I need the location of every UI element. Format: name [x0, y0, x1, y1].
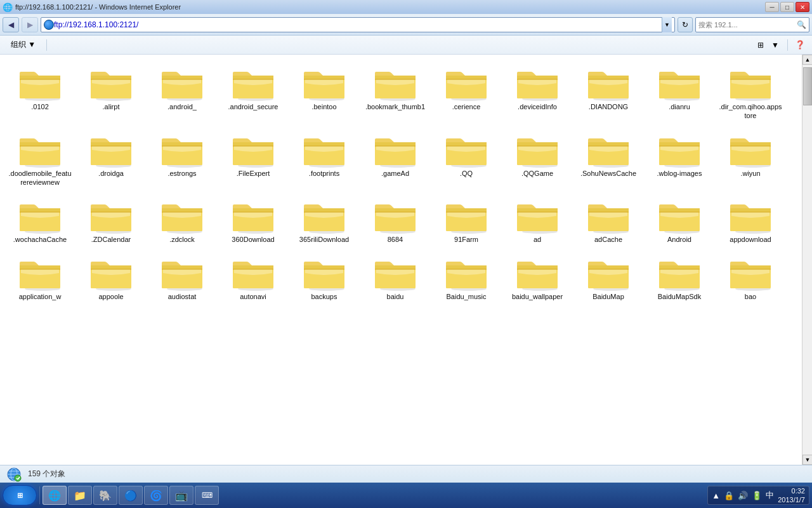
search-bar[interactable]: 🔍 — [695, 17, 809, 32]
list-item[interactable]: .FileExpert — [218, 126, 288, 192]
taskbar-input-item[interactable]: ⌨ — [195, 486, 219, 505]
view-dropdown-button[interactable]: ▼ — [768, 38, 782, 52]
address-globe-icon — [44, 20, 54, 30]
taskbar-ie-item[interactable]: 🌐 — [43, 486, 67, 505]
list-item[interactable]: bao — [716, 250, 785, 305]
list-item[interactable]: application_w — [5, 250, 75, 305]
object-count: 159 个对象 — [28, 469, 65, 479]
folder-icon — [88, 64, 134, 101]
folder-label: 8684 — [388, 235, 403, 244]
folder-label: ad — [534, 235, 541, 244]
list-item[interactable]: audiostat — [147, 250, 217, 305]
list-item[interactable]: .wochachaCache — [5, 192, 75, 248]
list-item[interactable]: Android — [645, 192, 714, 248]
list-item[interactable]: .gameAd — [360, 126, 430, 192]
list-item[interactable]: .deviceidInfo — [502, 60, 572, 125]
list-item[interactable]: .wiyun — [716, 126, 785, 192]
list-item[interactable]: .doodlemobile_featurereviewnew — [5, 126, 75, 192]
list-item[interactable]: .beintoo — [289, 60, 359, 125]
taskbar-evernote-item[interactable]: 🐘 — [93, 486, 117, 505]
list-item[interactable]: BaiduMap — [573, 250, 643, 305]
list-item[interactable]: autonavi — [218, 250, 288, 305]
list-item[interactable]: .0102 — [5, 60, 75, 125]
folder-label: backups — [311, 292, 337, 301]
system-clock[interactable]: 0:32 2013/1/7 — [778, 486, 805, 505]
list-item[interactable]: .footprints — [289, 126, 359, 192]
list-item[interactable]: .wblog-images — [645, 126, 714, 192]
list-item[interactable]: .android_secure — [218, 60, 288, 125]
folder-label: appdownload — [730, 235, 771, 244]
list-item[interactable]: .zdclock — [147, 192, 217, 248]
taskbar-explorer-item[interactable]: 📁 — [68, 486, 92, 505]
tray-power-icon[interactable]: 🔋 — [752, 491, 762, 500]
folder-icon — [17, 64, 63, 101]
scrollbar-thumb[interactable] — [803, 67, 812, 105]
forward-button[interactable]: ▶ — [22, 17, 38, 32]
refresh-button[interactable]: ↻ — [678, 17, 693, 32]
list-item[interactable]: 365riliDownload — [289, 192, 359, 248]
view-large-icon-button[interactable]: ⊞ — [754, 38, 768, 52]
start-button[interactable]: ⊞ — [3, 485, 37, 505]
folder-label: .bookmark_thumb1 — [365, 102, 425, 111]
list-item[interactable]: .ZDCalendar — [76, 192, 146, 248]
close-button[interactable]: ✕ — [796, 2, 809, 12]
list-item[interactable]: .dir_com.qihoo.appstore — [716, 60, 785, 125]
list-item[interactable]: BaiduMapSdk — [645, 250, 714, 305]
list-item[interactable]: 360Download — [218, 192, 288, 248]
tray-volume-icon[interactable]: 🔊 — [738, 491, 748, 500]
list-item[interactable]: ad — [502, 192, 572, 248]
navigation-bar: ◀ ▶ ▼ ↻ 🔍 — [0, 14, 812, 36]
folder-icon — [443, 64, 489, 101]
list-item[interactable]: .alirpt — [76, 60, 146, 125]
folder-icon — [514, 131, 560, 168]
tray-lang-icon[interactable]: 中 — [766, 490, 774, 501]
folder-label: autonavi — [240, 292, 266, 301]
list-item[interactable]: appdownload — [716, 192, 785, 248]
list-item[interactable]: .SohuNewsCache — [573, 126, 643, 192]
tray-show-hidden-icon[interactable]: ▲ — [712, 491, 720, 500]
folder-icon — [88, 197, 134, 234]
list-item[interactable]: .QQGame — [502, 126, 572, 192]
minimize-button[interactable]: ─ — [765, 2, 779, 12]
list-item[interactable]: .droidga — [76, 126, 146, 192]
list-item[interactable]: .dianru — [645, 60, 714, 125]
taskbar-app2-item[interactable]: 📺 — [169, 486, 193, 505]
taskbar-chrome-item[interactable]: 🔵 — [119, 486, 143, 505]
clock-time: 0:32 — [778, 486, 805, 495]
list-item[interactable]: .estrongs — [147, 126, 217, 192]
scroll-up-button[interactable]: ▲ — [802, 55, 812, 65]
address-input[interactable] — [54, 20, 662, 29]
list-item[interactable]: Baidu_music — [431, 250, 501, 305]
taskbar-app1-item[interactable]: 🌀 — [144, 486, 168, 505]
scroll-down-button[interactable]: ▼ — [802, 455, 812, 465]
folder-icon — [372, 131, 418, 168]
list-item[interactable]: 8684 — [360, 192, 430, 248]
list-item[interactable]: .QQ — [431, 126, 501, 192]
folder-label: .DIANDONG — [589, 102, 628, 111]
forward-icon: ▶ — [27, 20, 33, 29]
help-button[interactable]: ❓ — [793, 38, 807, 52]
folder-icon — [159, 64, 205, 101]
organize-button[interactable]: 组织 ▼ — [5, 38, 41, 52]
address-bar[interactable]: ▼ — [41, 17, 675, 32]
list-item[interactable]: .cerience — [431, 60, 501, 125]
list-item[interactable]: baidu_wallpaper — [502, 250, 572, 305]
globe-small-icon: 🌐 — [3, 3, 13, 12]
list-item[interactable]: .android_ — [147, 60, 217, 125]
maximize-button[interactable]: □ — [780, 2, 794, 12]
folder-label: application_w — [19, 292, 62, 301]
back-button[interactable]: ◀ — [3, 17, 19, 32]
tray-network-icon[interactable]: 🔒 — [724, 491, 734, 500]
taskbar-evernote-icon: 🐘 — [99, 489, 112, 502]
scrollbar-track[interactable]: ▲ ▼ — [802, 55, 812, 465]
folder-icon — [657, 197, 702, 234]
list-item[interactable]: baidu — [360, 250, 430, 305]
search-input[interactable] — [698, 21, 797, 29]
list-item[interactable]: .DIANDONG — [573, 60, 643, 125]
list-item[interactable]: backups — [289, 250, 359, 305]
address-dropdown-button[interactable]: ▼ — [662, 17, 672, 32]
list-item[interactable]: 91Farm — [431, 192, 501, 248]
list-item[interactable]: adCache — [573, 192, 643, 248]
list-item[interactable]: appoole — [76, 250, 146, 305]
list-item[interactable]: .bookmark_thumb1 — [360, 60, 430, 125]
